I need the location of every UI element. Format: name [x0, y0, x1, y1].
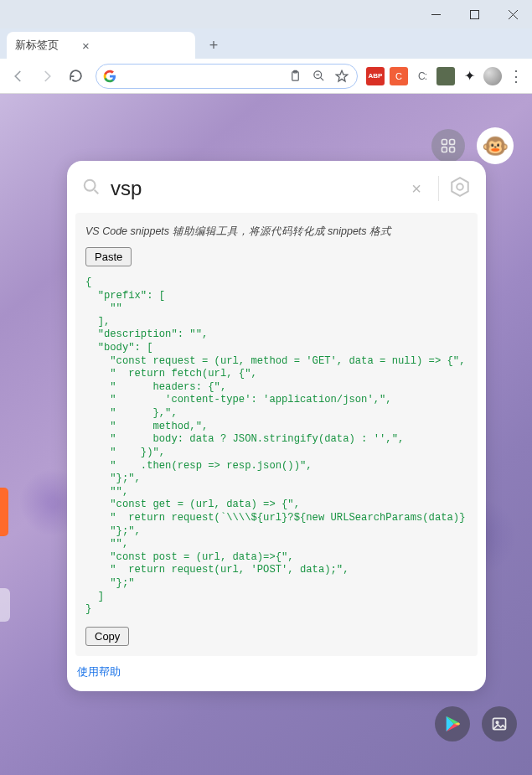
extensions-button[interactable]: ✦: [460, 67, 478, 85]
new-tab-button[interactable]: +: [202, 34, 225, 57]
svg-rect-11: [450, 140, 455, 145]
clipboard-icon[interactable]: [287, 70, 303, 82]
svg-rect-12: [442, 147, 447, 152]
browser-menu-button[interactable]: ⋮: [507, 67, 525, 85]
google-icon: [103, 70, 116, 83]
zoom-icon[interactable]: [310, 70, 327, 82]
divider: [438, 176, 439, 201]
card-search-row: ×: [67, 161, 486, 213]
tab-close-icon[interactable]: ×: [82, 39, 90, 53]
window-minimize-button[interactable]: [416, 0, 455, 28]
profile-monkey-avatar[interactable]: 🐵: [477, 127, 514, 164]
svg-rect-10: [442, 140, 447, 145]
help-link[interactable]: 使用帮助: [77, 664, 121, 679]
card-description: VS Code snippets 辅助编辑工具，将源代码转化成 snippets…: [85, 225, 467, 239]
left-edge-card: [0, 588, 10, 622]
forward-button[interactable]: [35, 65, 59, 88]
back-button[interactable]: [7, 65, 30, 88]
play-store-button[interactable]: [435, 706, 470, 741]
svg-point-17: [457, 183, 463, 190]
copy-button[interactable]: Copy: [85, 627, 129, 646]
snippet-card: × VS Code snippets 辅助编辑工具，将源代码转化成 snippe…: [67, 161, 486, 691]
new-tab-page: 🐵 × VS Code snippets 辅助编辑工具，将源代码转化成 snip…: [0, 94, 532, 775]
svg-line-15: [95, 190, 99, 194]
browser-toolbar: ABP C C: ✦ ⋮: [0, 59, 532, 94]
extension-abp-icon[interactable]: ABP: [366, 67, 385, 85]
svg-point-14: [85, 180, 96, 191]
window-maximize-button[interactable]: [455, 0, 493, 28]
tab-newtab[interactable]: 新标签页 ×: [7, 32, 195, 59]
omnibox[interactable]: [96, 64, 358, 89]
tab-label: 新标签页: [15, 39, 59, 53]
left-edge-accent: [0, 488, 8, 536]
svg-point-23: [496, 721, 498, 724]
profile-avatar[interactable]: [483, 67, 502, 85]
paste-button[interactable]: Paste: [85, 247, 132, 266]
star-icon[interactable]: [333, 70, 350, 83]
card-body: VS Code snippets 辅助编辑工具，将源代码转化成 snippets…: [75, 213, 478, 656]
svg-marker-9: [336, 70, 347, 81]
extension-ci-icon[interactable]: C:: [413, 67, 431, 85]
svg-rect-13: [450, 147, 455, 152]
svg-line-7: [320, 77, 323, 80]
tab-strip: 新标签页 × +: [0, 28, 532, 59]
apps-grid-button[interactable]: [431, 129, 465, 163]
reload-button[interactable]: [64, 65, 87, 88]
svg-marker-16: [452, 178, 468, 196]
svg-rect-1: [470, 10, 478, 18]
card-search-input[interactable]: [111, 177, 395, 200]
window-close-button[interactable]: [493, 0, 532, 28]
extension-pixel-icon[interactable]: [436, 67, 455, 85]
code-output: { "prefix": [ "" ], "description": "", "…: [85, 276, 467, 617]
wallpaper-button[interactable]: [482, 706, 517, 741]
omnibox-input[interactable]: [123, 70, 280, 82]
extension-orange-icon[interactable]: C: [390, 67, 408, 85]
search-icon: [82, 178, 101, 199]
settings-hex-icon[interactable]: [449, 176, 471, 201]
clear-icon[interactable]: ×: [405, 179, 428, 199]
window-titlebar: [0, 0, 532, 28]
